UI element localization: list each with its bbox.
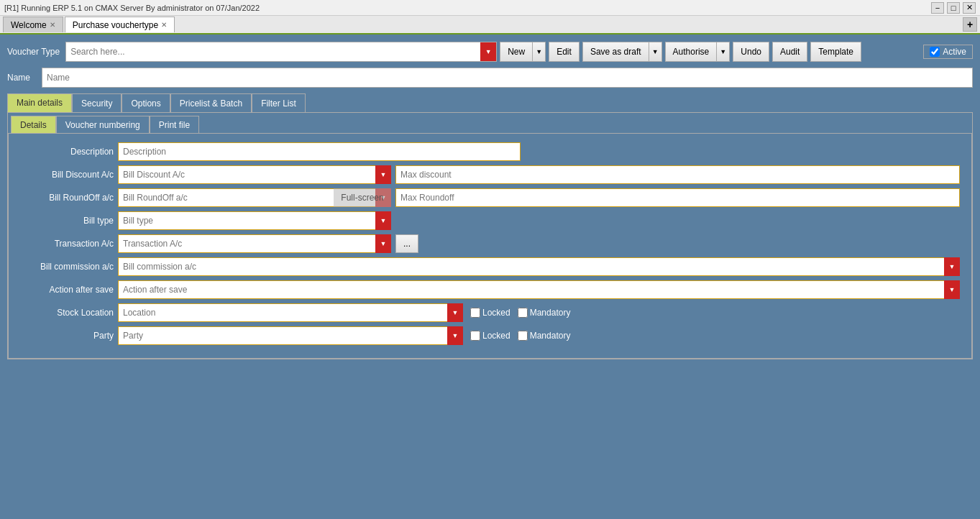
description-input[interactable]: [118, 142, 521, 161]
tab-welcome-close[interactable]: ✕: [50, 21, 55, 29]
search-input[interactable]: [66, 42, 496, 61]
bill-type-row: Bill type: [20, 211, 960, 230]
audit-button[interactable]: Audit: [772, 42, 807, 62]
party-input[interactable]: [118, 326, 463, 345]
action-after-save-field-wrapper: [118, 280, 960, 299]
stock-location-label: Stock Location: [20, 308, 114, 318]
window-controls[interactable]: − □ ✕: [931, 2, 976, 14]
undo-button[interactable]: Undo: [733, 42, 769, 62]
voucher-type-search[interactable]: [65, 42, 497, 62]
tab-filter-list[interactable]: Filter List: [252, 93, 306, 112]
authorise-dropdown-arrow[interactable]: ▼: [717, 42, 730, 62]
save-draft-dropdown-arrow[interactable]: ▼: [649, 42, 662, 62]
stock-location-mandatory-checkbox[interactable]: [518, 308, 528, 318]
content-area: Details Voucher numbering Print file Des…: [7, 113, 973, 359]
new-button[interactable]: New: [500, 42, 533, 62]
action-after-save-arrow[interactable]: [944, 280, 960, 299]
transaction-ac-input[interactable]: [118, 234, 391, 253]
bill-discount-field-wrapper: [118, 165, 391, 184]
tab-pricelist-batch[interactable]: Pricelist & Batch: [170, 93, 252, 112]
transaction-ac-arrow[interactable]: [375, 234, 391, 253]
close-button[interactable]: ✕: [963, 2, 976, 14]
tab-options[interactable]: Options: [122, 93, 170, 112]
subtab-voucher-numbering[interactable]: Voucher numbering: [56, 116, 150, 133]
bill-commission-label: Bill commission a/c: [20, 262, 114, 272]
bill-commission-arrow[interactable]: [944, 257, 960, 276]
party-mandatory-label[interactable]: Mandatory: [518, 331, 571, 341]
bill-roundoff-input[interactable]: [118, 188, 391, 207]
bill-type-label: Bill type: [20, 216, 114, 226]
action-after-save-label: Action after save: [20, 285, 114, 295]
party-locked-checkbox[interactable]: [470, 331, 480, 341]
title-bar: [R1] Running ERP 5.1 on CMAX Server By a…: [0, 0, 980, 16]
voucher-type-label: Voucher Type: [7, 47, 60, 57]
main-area: Voucher Type New ▼ Edit Save as draft ▼ …: [0, 35, 980, 367]
transaction-ac-row: Transaction A/c ...: [20, 234, 960, 253]
bill-roundoff-arrow[interactable]: [375, 188, 391, 207]
party-arrow[interactable]: [447, 326, 463, 345]
details-panel: Description Bill Discount A/c Bill Round…: [8, 134, 972, 359]
tab-bar: Welcome ✕ Purchase vouchertype ✕ +: [0, 16, 980, 35]
sub-tabs: Details Voucher numbering Print file: [8, 113, 972, 134]
authorise-button[interactable]: Authorise: [665, 42, 718, 62]
party-mandatory-checkbox[interactable]: [518, 331, 528, 341]
title-text: [R1] Running ERP 5.1 on CMAX Server By a…: [4, 4, 260, 12]
stock-location-locked-checkbox[interactable]: [470, 308, 480, 318]
restore-button[interactable]: □: [947, 2, 960, 14]
transaction-ac-extra-button[interactable]: ...: [395, 234, 418, 253]
bill-type-input[interactable]: [118, 211, 391, 230]
max-roundoff-input[interactable]: [395, 188, 960, 207]
stock-location-arrow[interactable]: [447, 303, 463, 322]
search-dropdown-arrow[interactable]: [480, 42, 496, 61]
party-row: Party Locked Mandatory: [20, 326, 960, 345]
minimize-button[interactable]: −: [931, 2, 944, 14]
name-input[interactable]: [42, 68, 973, 88]
new-button-group: New ▼: [500, 42, 546, 62]
bill-type-arrow[interactable]: [375, 211, 391, 230]
bill-discount-input[interactable]: [118, 165, 391, 184]
bill-roundoff-field-wrapper: Full-screen: [118, 188, 391, 207]
active-status-checkbox[interactable]: [930, 47, 940, 57]
edit-button[interactable]: Edit: [549, 42, 580, 62]
party-label: Party: [20, 331, 114, 341]
save-draft-button[interactable]: Save as draft: [582, 42, 649, 62]
party-field-wrapper: [118, 326, 463, 345]
name-label: Name: [7, 73, 36, 83]
template-button[interactable]: Template: [810, 42, 861, 62]
tab-main-details[interactable]: Main details: [7, 93, 72, 112]
stock-location-input[interactable]: [118, 303, 463, 322]
bill-discount-label: Bill Discount A/c: [20, 170, 114, 180]
bill-discount-row: Bill Discount A/c: [20, 165, 960, 184]
tab-welcome[interactable]: Welcome ✕: [3, 17, 63, 32]
action-after-save-input[interactable]: [118, 280, 960, 299]
party-locked-label[interactable]: Locked: [470, 331, 510, 341]
bill-commission-input[interactable]: [118, 257, 960, 276]
save-draft-button-group: Save as draft ▼: [582, 42, 662, 62]
new-dropdown-arrow[interactable]: ▼: [533, 42, 546, 62]
tab-purchase-label: Purchase vouchertype: [73, 20, 158, 30]
active-status: Active: [923, 45, 973, 59]
stock-location-mandatory-label[interactable]: Mandatory: [518, 308, 571, 318]
tab-welcome-label: Welcome: [11, 20, 47, 30]
bill-discount-arrow[interactable]: [375, 165, 391, 184]
main-tabs: Main details Security Options Pricelist …: [7, 93, 973, 113]
bill-roundoff-row: Bill RoundOff a/c Full-screen: [20, 188, 960, 207]
name-row: Name: [7, 68, 973, 88]
subtab-details[interactable]: Details: [11, 116, 56, 133]
tab-purchase-vouchertype[interactable]: Purchase vouchertype ✕: [65, 17, 175, 32]
stock-location-row: Stock Location Locked Mandatory: [20, 303, 960, 322]
active-status-label: Active: [943, 47, 966, 57]
bill-commission-row: Bill commission a/c: [20, 257, 960, 276]
max-discount-input[interactable]: [395, 165, 960, 184]
bill-type-field-wrapper: [118, 211, 391, 230]
tab-purchase-close[interactable]: ✕: [161, 21, 167, 29]
transaction-ac-label: Transaction A/c: [20, 239, 114, 249]
tab-security[interactable]: Security: [72, 93, 122, 112]
bill-commission-field-wrapper: [118, 257, 960, 276]
description-row: Description: [20, 142, 960, 161]
stock-location-field-wrapper: [118, 303, 463, 322]
subtab-print-file[interactable]: Print file: [150, 116, 199, 133]
add-tab-button[interactable]: +: [963, 17, 977, 32]
stock-location-locked-label[interactable]: Locked: [470, 308, 510, 318]
transaction-ac-field-wrapper: [118, 234, 391, 253]
